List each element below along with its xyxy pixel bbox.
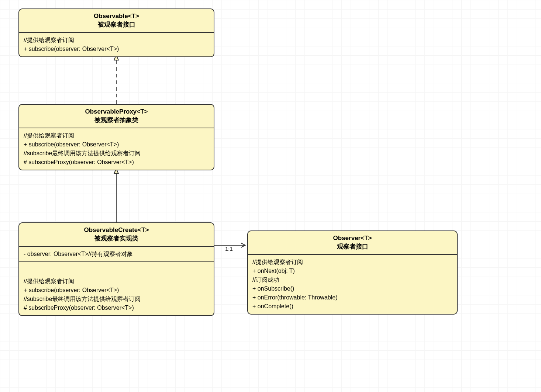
member-line: + subscribe(observer: Observer<T>) (24, 45, 209, 53)
class-members: //提供给观察者订阅 + subscribe(observer: Observe… (19, 33, 214, 56)
class-title: ObservableCreate<T> 被观察者实现类 (19, 223, 214, 247)
class-members: //提供给观察者订阅 + subscribe(observer: Observe… (19, 261, 214, 315)
class-members: //提供给观察者订阅 + subscribe(observer: Observe… (19, 128, 214, 170)
association-label: 1:1 (225, 246, 233, 252)
class-observable-create[interactable]: ObservableCreate<T> 被观察者实现类 - observer: … (18, 222, 214, 316)
member-line: + onSubscribe() (252, 284, 452, 293)
class-stereotype: 被观察者实现类 (23, 235, 210, 243)
class-name: Observable<T> (23, 12, 210, 21)
class-observable-proxy[interactable]: ObservableProxy<T> 被观察者抽象类 //提供给观察者订阅 + … (18, 104, 214, 170)
class-name: ObservableCreate<T> (23, 226, 210, 235)
diagram-canvas: 1:1 Observable<T> 被观察者接口 //提供给观察者订阅 + su… (0, 0, 541, 392)
attribute-line: - observer: Observer<T>//持有观察者对象 (24, 250, 209, 259)
class-observable[interactable]: Observable<T> 被观察者接口 //提供给观察者订阅 + subscr… (18, 8, 214, 57)
class-title: ObservableProxy<T> 被观察者抽象类 (19, 105, 214, 128)
class-observer[interactable]: Observer<T> 观察者接口 //提供给观察者订阅 + onNext(ob… (247, 230, 458, 315)
class-members: //提供给观察者订阅 + onNext(obj: T) //订阅成功 + onS… (248, 255, 457, 314)
member-line: + onNext(obj: T) (252, 267, 452, 275)
member-line: //subscribe最终调用该方法提供给观察者订阅 (24, 149, 209, 158)
member-line: //subscribe最终调用该方法提供给观察者订阅 (24, 295, 209, 303)
class-attributes: - observer: Observer<T>//持有观察者对象 (19, 247, 214, 261)
class-stereotype: 观察者接口 (252, 243, 453, 251)
member-line: + subscribe(observer: Observer<T>) (24, 140, 209, 149)
member-line: + subscribe(observer: Observer<T>) (24, 286, 209, 295)
member-line: # subscribeProxy(observer: Observer<T>) (24, 303, 209, 312)
class-stereotype: 被观察者接口 (23, 21, 210, 29)
connectors-layer (0, 0, 541, 392)
member-line: //提供给观察者订阅 (24, 36, 209, 45)
member-line: //提供给观察者订阅 (252, 258, 452, 267)
class-title: Observer<T> 观察者接口 (248, 231, 457, 255)
class-stereotype: 被观察者抽象类 (23, 116, 210, 125)
member-line: //提供给观察者订阅 (24, 131, 209, 140)
member-line: # subscribeProxy(observer: Observer<T>) (24, 158, 209, 167)
member-line: + onError(throwable: Throwable) (252, 293, 452, 302)
member-line: + onComplete() (252, 302, 452, 311)
member-line: //订阅成功 (252, 275, 452, 284)
class-name: Observer<T> (252, 234, 453, 243)
class-title: Observable<T> 被观察者接口 (19, 9, 214, 33)
member-line: //提供给观察者订阅 (24, 277, 209, 286)
class-name: ObservableProxy<T> (23, 108, 210, 116)
